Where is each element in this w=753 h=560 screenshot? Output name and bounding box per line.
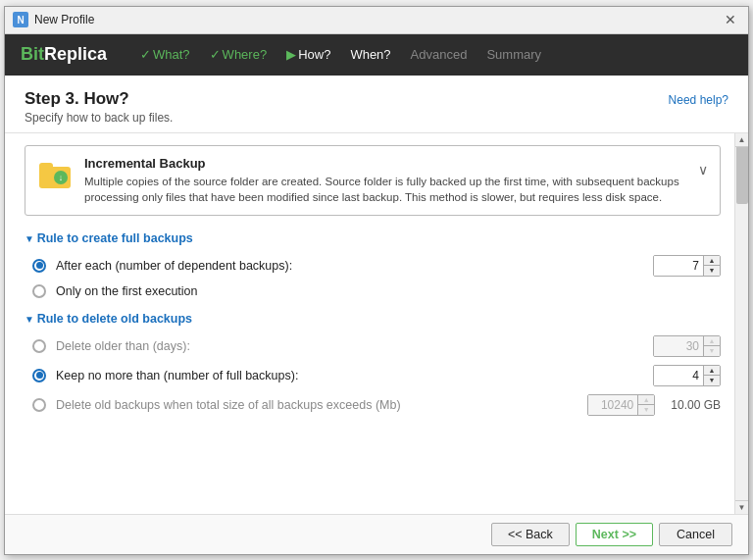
- label-after-each: After each (number of dependent backups)…: [56, 259, 292, 273]
- scrollbar-track: ▼ ▲: [734, 133, 748, 514]
- close-button[interactable]: ✕: [721, 10, 740, 29]
- backup-type-box: ↓ Incremental Backup Multiple copies of …: [25, 145, 721, 216]
- backup-folder-icon: ↓: [37, 158, 73, 193]
- spinner-down-delete-older: ▼: [704, 346, 720, 356]
- content-header: Step 3. How? Specify how to back up file…: [5, 76, 748, 133]
- nav-label-advanced: Advanced: [411, 47, 468, 62]
- nav-item-summary: Summary: [477, 34, 551, 76]
- brand-logo: BitReplica: [21, 44, 107, 65]
- backup-type-title: Incremental Backup: [84, 156, 686, 171]
- radio-delete-older[interactable]: [32, 339, 46, 353]
- label-keep-no-more: Keep no more than (number of full backup…: [56, 369, 298, 382]
- option-keep-no-more: Keep no more than (number of full backup…: [32, 365, 721, 386]
- spinner-after-each: ▲ ▼: [653, 255, 721, 277]
- step-subtitle: Specify how to back up files.: [25, 111, 173, 125]
- nav-label-summary: Summary: [486, 47, 541, 62]
- spinner-up-keep-no-more[interactable]: ▲: [704, 366, 720, 376]
- need-help-link[interactable]: Need help?: [669, 93, 728, 107]
- footer: << Back Next >> Cancel: [5, 514, 748, 554]
- spinner-btns-delete-older: ▲ ▼: [703, 336, 720, 356]
- nav-label-where: Where?: [223, 47, 268, 62]
- label-first-execution: Only on the first execution: [56, 284, 198, 298]
- delete-backup-section-title[interactable]: Rule to delete old backups: [25, 312, 721, 326]
- size-unit-label: 10.00 GB: [671, 398, 721, 412]
- full-backup-section-title[interactable]: Rule to create full backups: [25, 231, 721, 245]
- window-title: New Profile: [34, 13, 94, 26]
- spinner-keep-no-more: ▲ ▼: [653, 365, 721, 386]
- nav-item-how[interactable]: ▶ How?: [276, 34, 340, 76]
- full-backup-options: After each (number of dependent backups)…: [25, 255, 721, 298]
- nav-label-when: When?: [350, 47, 390, 62]
- input-keep-no-more[interactable]: [654, 366, 703, 385]
- nav-check-what: ✓: [140, 47, 151, 62]
- spinner-btns-delete-size: ▲ ▼: [637, 395, 654, 415]
- scrollbar-down-arrow[interactable]: ▼: [735, 500, 748, 514]
- spinner-up-delete-older: ▲: [704, 336, 720, 346]
- spinner-delete-older: ▲ ▼: [653, 335, 721, 357]
- scrollbar-up-arrow[interactable]: ▲: [735, 133, 748, 147]
- spinner-up-after-each[interactable]: ▲: [704, 256, 720, 266]
- spinner-down-delete-size: ▼: [638, 405, 654, 415]
- nav-arrow-how: ▶: [286, 47, 296, 62]
- spinner-delete-size: ▲ ▼: [587, 394, 655, 416]
- label-delete-older: Delete older than (days):: [56, 339, 190, 353]
- delete-backup-options: Delete older than (days): ▲ ▼ Keep no mo…: [25, 335, 721, 416]
- radio-keep-no-more[interactable]: [32, 369, 46, 382]
- next-button[interactable]: Next >>: [576, 523, 653, 546]
- back-button[interactable]: << Back: [491, 523, 570, 546]
- content-area: Step 3. How? Specify how to back up file…: [5, 76, 748, 554]
- input-after-each[interactable]: [654, 256, 703, 276]
- spinner-btns-after-each: ▲ ▼: [703, 256, 720, 276]
- step-title: Step 3. How?: [25, 89, 173, 109]
- backup-type-desc: Multiple copies of the source folder are…: [84, 174, 686, 205]
- spinner-down-keep-no-more[interactable]: ▼: [704, 376, 720, 385]
- option-after-each: After each (number of dependent backups)…: [32, 255, 721, 277]
- nav-item-advanced: Advanced: [401, 34, 477, 76]
- radio-delete-size[interactable]: [32, 398, 46, 412]
- label-delete-size: Delete old backups when total size of al…: [56, 398, 401, 412]
- app-icon: N: [13, 12, 28, 27]
- folder-arrow-icon: ↓: [54, 171, 68, 184]
- nav-bar: BitReplica ✓ What? ✓ Where? ▶ How? When?…: [5, 34, 748, 76]
- cancel-button[interactable]: Cancel: [659, 523, 732, 546]
- main-window: N New Profile ✕ BitReplica ✓ What? ✓ Whe…: [4, 6, 749, 555]
- nav-item-when[interactable]: When?: [340, 34, 400, 76]
- backup-type-text: Incremental Backup Multiple copies of th…: [84, 156, 686, 205]
- option-delete-size: Delete old backups when total size of al…: [32, 394, 721, 416]
- radio-first-execution[interactable]: [32, 284, 46, 298]
- input-delete-older: [654, 336, 703, 356]
- nav-item-where[interactable]: ✓ Where?: [200, 34, 277, 76]
- spinner-up-delete-size: ▲: [638, 395, 654, 405]
- title-bar: N New Profile ✕: [5, 7, 748, 34]
- radio-after-each[interactable]: [32, 259, 46, 273]
- brand-replica: Replica: [44, 44, 107, 64]
- backup-chevron-icon[interactable]: ∨: [698, 162, 708, 178]
- nav-label-how: How?: [298, 47, 330, 62]
- option-delete-older: Delete older than (days): ▲ ▼: [32, 335, 721, 357]
- brand-bit: Bit: [21, 44, 44, 64]
- content-scroll: ↓ Incremental Backup Multiple copies of …: [5, 133, 748, 514]
- input-delete-size: [588, 395, 637, 415]
- spinner-down-after-each[interactable]: ▼: [704, 266, 720, 276]
- nav-item-what[interactable]: ✓ What?: [130, 34, 200, 76]
- option-first-execution: Only on the first execution: [32, 284, 721, 298]
- scrollbar-thumb[interactable]: [736, 145, 748, 204]
- nav-label-what: What?: [153, 47, 190, 62]
- title-bar-left: N New Profile: [13, 12, 94, 27]
- spinner-btns-keep-no-more: ▲ ▼: [703, 366, 720, 385]
- nav-check-where: ✓: [210, 47, 221, 62]
- step-header-text: Step 3. How? Specify how to back up file…: [25, 89, 173, 125]
